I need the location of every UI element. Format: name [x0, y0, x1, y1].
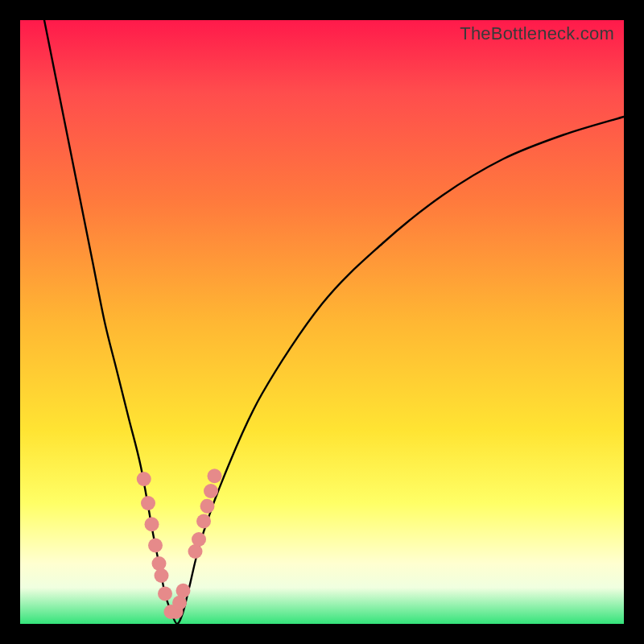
- pink-dot: [137, 472, 151, 486]
- pink-dot: [200, 499, 215, 514]
- pink-dot: [176, 584, 191, 598]
- pink-dot: [204, 484, 218, 498]
- pink-dot: [208, 469, 222, 483]
- bottleneck-curve: [44, 20, 624, 624]
- curve-layer: [20, 20, 624, 624]
- pink-dot: [145, 517, 159, 531]
- pink-dot: [158, 587, 172, 601]
- pink-dots-group: [137, 469, 222, 619]
- pink-dot: [155, 568, 169, 583]
- pink-dot: [148, 539, 163, 553]
- pink-dot: [192, 532, 206, 547]
- plot-area: TheBottleneck.com: [20, 20, 624, 624]
- pink-dot: [141, 496, 155, 510]
- pink-dot: [196, 514, 211, 529]
- chart-frame: TheBottleneck.com: [0, 0, 644, 644]
- pink-dot: [152, 556, 167, 571]
